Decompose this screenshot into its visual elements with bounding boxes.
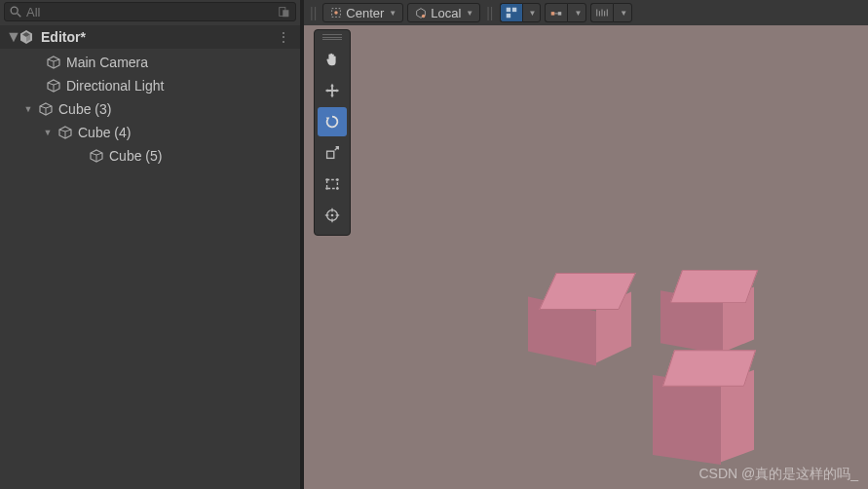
ruler-icon xyxy=(595,6,609,19)
svg-point-54 xyxy=(331,214,334,217)
hierarchy-item[interactable]: ▼ Cube (4) xyxy=(0,121,300,144)
dropdown-icon: ▼ xyxy=(620,9,627,18)
svg-point-46 xyxy=(336,178,339,181)
svg-line-9 xyxy=(48,59,54,61)
scene-header[interactable]: ▼ Editor* ⋮ xyxy=(0,25,300,49)
svg-line-26 xyxy=(96,153,102,155)
move-icon xyxy=(323,82,341,99)
hand-tool-button[interactable] xyxy=(318,45,347,74)
svg-rect-3 xyxy=(283,10,288,17)
dropdown-icon: ▼ xyxy=(574,9,582,18)
svg-point-27 xyxy=(335,11,339,15)
dropdown-icon: ▼ xyxy=(466,9,473,18)
svg-line-10 xyxy=(54,59,59,61)
svg-rect-31 xyxy=(506,8,509,12)
search-input[interactable] xyxy=(26,5,278,19)
chevron-down-icon[interactable]: ▼ xyxy=(21,104,35,114)
space-label: Local xyxy=(431,6,461,20)
watermark-text: CSDN @真的是这样的吗_ xyxy=(698,466,858,483)
grid-snap-button[interactable] xyxy=(500,3,522,22)
dropdown-icon: ▼ xyxy=(389,9,396,18)
snap-increment-button[interactable] xyxy=(545,3,567,22)
hierarchy-item[interactable]: ▼ Cube (3) xyxy=(0,97,300,121)
search-end-icon xyxy=(278,5,291,19)
svg-rect-44 xyxy=(327,180,338,189)
hand-icon xyxy=(323,51,341,68)
toolbar-separator: || xyxy=(308,5,319,20)
svg-point-47 xyxy=(325,187,328,190)
svg-point-0 xyxy=(11,7,18,14)
move-tool-button[interactable] xyxy=(318,76,347,105)
svg-rect-34 xyxy=(551,12,555,16)
svg-rect-33 xyxy=(506,14,509,18)
kebab-menu-icon[interactable]: ⋮ xyxy=(273,29,294,45)
pivot-label: Center xyxy=(346,6,384,20)
svg-point-48 xyxy=(336,187,339,190)
pivot-mode-button[interactable]: Center ▼ xyxy=(322,3,403,22)
grid-visibility-dropdown[interactable]: ▼ xyxy=(613,3,632,22)
dropdown-icon: ▼ xyxy=(529,9,537,18)
scene-title: Editor* xyxy=(41,29,273,45)
svg-rect-32 xyxy=(511,8,515,12)
gameobject-icon xyxy=(45,78,62,94)
unity-logo-icon xyxy=(18,28,35,46)
scale-tool-button[interactable] xyxy=(318,138,347,168)
search-icon xyxy=(9,5,22,19)
chevron-down-icon[interactable]: ▼ xyxy=(41,128,55,137)
snap-icon xyxy=(549,6,563,19)
snap-increment-dropdown[interactable]: ▼ xyxy=(567,3,586,22)
rotate-tool-button[interactable] xyxy=(318,107,347,136)
svg-point-45 xyxy=(325,178,328,181)
grid-visibility-button[interactable] xyxy=(590,3,613,22)
svg-line-25 xyxy=(91,153,96,155)
hierarchy-item[interactable]: Directional Light xyxy=(0,74,300,97)
rect-icon xyxy=(323,175,341,193)
hierarchy-label: Directional Light xyxy=(66,78,164,94)
space-mode-button[interactable]: Local ▼ xyxy=(407,3,480,22)
svg-line-17 xyxy=(40,106,46,108)
hierarchy-search[interactable] xyxy=(4,2,296,21)
tool-palette xyxy=(314,29,351,236)
scale-icon xyxy=(323,144,341,162)
svg-line-13 xyxy=(48,83,54,85)
grid-snap-dropdown[interactable]: ▼ xyxy=(522,3,542,22)
hierarchy-label: Cube (4) xyxy=(78,125,131,140)
svg-line-14 xyxy=(54,83,59,85)
gameobject-icon xyxy=(45,55,62,70)
hierarchy-label: Cube (5) xyxy=(109,148,162,164)
hierarchy-item[interactable]: Main Camera xyxy=(0,51,300,74)
gameobject-icon xyxy=(88,148,105,164)
hierarchy-item[interactable]: Cube (5) xyxy=(0,144,300,168)
chevron-down-icon[interactable]: ▼ xyxy=(6,28,16,46)
toolbar-separator: || xyxy=(484,5,495,20)
palette-grip[interactable] xyxy=(322,34,342,40)
gameobject-icon xyxy=(37,101,55,117)
grid-icon xyxy=(505,6,518,19)
rotate-icon xyxy=(323,113,341,131)
local-icon xyxy=(414,6,428,19)
scene-toolbar: || Center ▼ Local ▼ || ▼ xyxy=(304,0,868,25)
svg-point-30 xyxy=(422,15,426,19)
hierarchy-label: Main Camera xyxy=(66,55,148,70)
svg-rect-35 xyxy=(558,12,562,16)
hierarchy-label: Cube (3) xyxy=(58,101,111,117)
hierarchy-tree: Main Camera Directional Light ▼ Cube (3)… xyxy=(0,49,300,169)
transform-icon xyxy=(323,207,341,224)
rect-tool-button[interactable] xyxy=(318,169,347,199)
svg-line-1 xyxy=(18,14,21,18)
svg-line-18 xyxy=(46,106,52,108)
transform-tool-button[interactable] xyxy=(318,201,347,230)
center-icon xyxy=(329,6,343,19)
svg-line-21 xyxy=(59,130,65,132)
gameobject-icon xyxy=(57,125,74,140)
svg-rect-43 xyxy=(327,151,334,158)
scene-view[interactable]: CSDN @真的是这样的吗_ xyxy=(304,25,868,489)
svg-line-22 xyxy=(65,130,71,132)
